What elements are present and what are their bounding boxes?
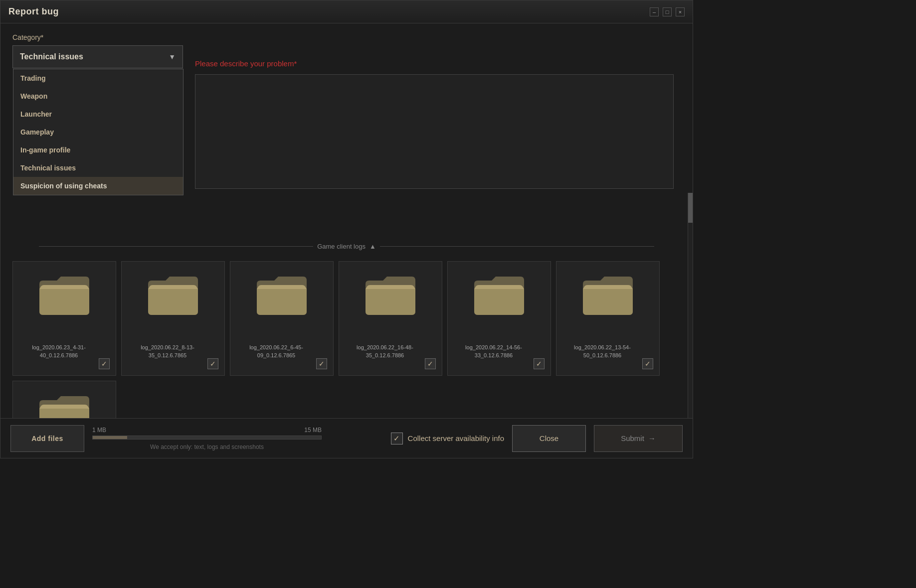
list-item[interactable]: log_2020.06.22_13-54-50_0.12.6.7886 bbox=[556, 261, 660, 376]
submit-button[interactable]: Submit → bbox=[594, 425, 683, 452]
list-item[interactable]: log_2020.06.22_14-56-33_0.12.6.7886 bbox=[447, 261, 551, 376]
file-checkbox[interactable] bbox=[316, 358, 327, 369]
add-files-button[interactable]: Add files bbox=[10, 425, 84, 452]
dropdown-item-launcher[interactable]: Launcher bbox=[13, 105, 183, 123]
describe-textarea[interactable] bbox=[195, 74, 674, 189]
file-checkbox[interactable] bbox=[642, 358, 653, 369]
dropdown-menu: Trading Weapon Launcher Gameplay In-game… bbox=[13, 69, 183, 195]
file-name: log_2020.06.22_6-45-09_0.12.6.7865 bbox=[234, 344, 318, 359]
logs-header-text: Game client logs bbox=[317, 243, 366, 250]
file-name: log_2020.06.23_4-31-40_0.12.6.7886 bbox=[17, 344, 101, 359]
progress-labels: 1 MB 15 MB bbox=[92, 427, 322, 434]
folder-icon bbox=[37, 272, 92, 316]
folder-icon bbox=[472, 272, 527, 316]
logs-arrow-icon: ▲ bbox=[369, 243, 376, 250]
list-item[interactable]: log_2020.06.22_8-13-35_0.12.6.7865 bbox=[121, 261, 225, 376]
file-name: log_2020.06.22_14-56-33_0.12.6.7886 bbox=[452, 344, 536, 359]
bottom-bar: Add files 1 MB 15 MB We accept only: tex… bbox=[0, 418, 693, 458]
progress-section: 1 MB 15 MB We accept only: text, logs an… bbox=[92, 427, 322, 450]
progress-bar-fill bbox=[93, 436, 127, 439]
progress-min-label: 1 MB bbox=[92, 427, 106, 434]
accept-text: We accept only: text, logs and screensho… bbox=[92, 443, 322, 450]
scrollbar[interactable] bbox=[688, 193, 693, 442]
close-button[interactable]: Close bbox=[512, 425, 586, 452]
maximize-button[interactable]: □ bbox=[663, 7, 672, 16]
dropdown-arrow-icon: ▼ bbox=[169, 53, 176, 61]
left-column: Technical issues ▼ Trading Weapon Launch… bbox=[12, 45, 681, 68]
title-bar: Report bug – □ × bbox=[0, 0, 693, 23]
list-item[interactable]: log_2020.06.23_4-31-40_0.12.6.7886 bbox=[12, 261, 116, 376]
window-title: Report bug bbox=[8, 6, 59, 17]
collect-checkbox[interactable] bbox=[391, 433, 403, 444]
minimize-button[interactable]: – bbox=[650, 7, 659, 16]
list-item[interactable]: log_2020.06.22_16-48-35_0.12.6.7886 bbox=[339, 261, 442, 376]
file-checkbox[interactable] bbox=[99, 358, 110, 369]
progress-bar-container bbox=[92, 436, 322, 440]
dropdown-item-technical[interactable]: Technical issues bbox=[13, 159, 183, 177]
dropdown-item-weapon[interactable]: Weapon bbox=[13, 87, 183, 105]
scrollbar-thumb[interactable] bbox=[688, 193, 693, 223]
title-bar-controls: – □ × bbox=[650, 7, 685, 16]
dropdown-item-trading[interactable]: Trading bbox=[13, 69, 183, 87]
folder-icon bbox=[146, 272, 200, 316]
selected-category-text: Technical issues bbox=[20, 52, 83, 61]
category-label: Category* bbox=[12, 33, 681, 41]
dropdown-item-gameplay[interactable]: Gameplay bbox=[13, 123, 183, 141]
logs-section: Game client logs ▲ log_2020.06.23_4-31- bbox=[12, 243, 681, 442]
folder-icon bbox=[254, 272, 309, 316]
file-grid: log_2020.06.23_4-31-40_0.12.6.7886 log_2… bbox=[12, 256, 681, 442]
report-bug-window: Report bug – □ × Category* Technical iss… bbox=[0, 0, 693, 458]
collect-info: Collect server availability info bbox=[391, 433, 504, 444]
category-dropdown[interactable]: Technical issues ▼ Trading Weapon Launch… bbox=[12, 45, 183, 68]
file-name: log_2020.06.22_16-48-35_0.12.6.7886 bbox=[343, 344, 427, 359]
folder-icon bbox=[363, 272, 418, 316]
submit-arrow-icon: → bbox=[648, 434, 656, 442]
form-content: Category* Technical issues ▼ Trading Wea… bbox=[0, 23, 693, 442]
describe-label: Please describe your problem* bbox=[195, 59, 297, 68]
collect-label: Collect server availability info bbox=[408, 434, 504, 442]
file-checkbox[interactable] bbox=[534, 358, 545, 369]
list-item[interactable]: log_2020.06.22_6-45-09_0.12.6.7865 bbox=[230, 261, 334, 376]
folder-icon bbox=[580, 272, 635, 316]
file-name: log_2020.06.22_13-54-50_0.12.6.7886 bbox=[560, 344, 644, 359]
dropdown-item-ingame[interactable]: In-game profile bbox=[13, 141, 183, 159]
submit-label: Submit bbox=[621, 434, 644, 442]
file-name: log_2020.06.22_8-13-35_0.12.6.7865 bbox=[126, 344, 209, 359]
file-checkbox[interactable] bbox=[207, 358, 218, 369]
progress-max-label: 15 MB bbox=[304, 427, 322, 434]
logs-header: Game client logs ▲ bbox=[12, 243, 681, 250]
close-window-button[interactable]: × bbox=[676, 7, 685, 16]
dropdown-item-cheats[interactable]: Suspicion of using cheats bbox=[13, 177, 183, 195]
file-checkbox[interactable] bbox=[425, 358, 436, 369]
